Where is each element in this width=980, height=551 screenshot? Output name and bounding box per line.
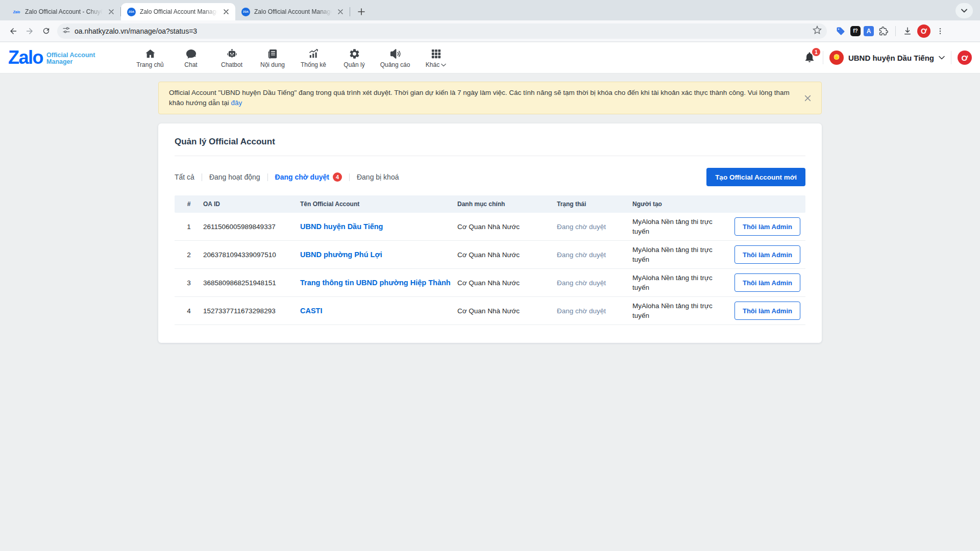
browser-toolbar: oa.nhatkyzalo.vn/manage/oa?status=3 f? A…	[0, 20, 980, 42]
reload-icon[interactable]	[38, 23, 54, 39]
create-oa-button[interactable]: Tạo Official Account mới	[706, 168, 805, 186]
stop-admin-button[interactable]: Thôi làm Admin	[734, 245, 800, 264]
oa-creator: MyAloha Nền tảng thi trực tuyến	[632, 217, 722, 236]
browser-profile-avatar[interactable]: Ơ	[917, 24, 930, 38]
nav-divider	[823, 51, 823, 64]
zalo-favicon: Zalo	[12, 8, 21, 16]
row-index: 2	[175, 251, 203, 259]
filter-all[interactable]: Tất cả	[175, 173, 194, 181]
nav-item-content[interactable]: Nội dung	[252, 47, 293, 68]
new-tab-button[interactable]	[354, 5, 369, 19]
page-title: Quản lý Official Account	[175, 123, 805, 147]
oa-id: 1527337711673298293	[203, 307, 300, 315]
url-text[interactable]: oa.nhatkyzalo.vn/manage/oa?status=3	[75, 27, 813, 35]
oa-id: 2063781094339097510	[203, 251, 300, 259]
oa-category: Cơ Quan Nhà Nước	[457, 251, 557, 259]
oa-name-link[interactable]: UBND phường Phú Lợi	[300, 251, 457, 259]
extensions-area: f? A Ơ	[834, 24, 947, 38]
oa-creator: MyAloha Nền tảng thi trực tuyến	[632, 245, 722, 264]
oa-name-link[interactable]: CASTI	[300, 307, 457, 315]
screen: Zalo Zalo Official Account - Chuyể ZOA Z…	[0, 0, 980, 551]
stop-admin-button[interactable]: Thôi làm Admin	[734, 217, 800, 236]
oa-category: Cơ Quan Nhà Nước	[457, 307, 557, 315]
nav-divider	[951, 51, 951, 64]
oa-id: 2611506005989849337	[203, 223, 300, 231]
filter-tabs: Tất cả Đang hoạt động Đang chờ duyệt 4 Đ…	[175, 167, 805, 187]
oa-status: Đang chờ duyệt	[557, 307, 632, 315]
extensions-puzzle-icon[interactable]	[877, 24, 890, 38]
browser-tab-2-active[interactable]: ZOA Zalo Official Account Manage	[121, 3, 235, 20]
tag-extension-icon[interactable]	[834, 24, 847, 38]
zalo-oa-red-icon[interactable]: Ơ	[958, 51, 972, 65]
oa-category: Cơ Quan Nhà Nước	[457, 223, 557, 231]
fn-extension-icon[interactable]: f?	[850, 26, 861, 36]
banner-close-icon[interactable]	[802, 92, 813, 104]
filter-divider	[349, 173, 350, 181]
nav-right-cluster: 1 ★ UBND huyện Dầu Tiếng Ơ	[803, 51, 972, 65]
browser-menu-icon[interactable]	[934, 24, 947, 38]
close-icon[interactable]	[107, 8, 115, 16]
title-divider	[175, 156, 805, 156]
oa-status: Đang chờ duyệt	[557, 223, 632, 231]
toolbar-divider	[895, 26, 896, 36]
site-info-icon[interactable]	[62, 26, 70, 36]
browser-tab-1[interactable]: Zalo Zalo Official Account - Chuyể	[6, 3, 120, 20]
filter-divider	[267, 173, 268, 181]
stop-admin-button[interactable]: Thôi làm Admin	[734, 273, 800, 292]
logo-sub-line2: Manager	[46, 58, 72, 65]
gear-icon	[349, 48, 360, 60]
browser-tab-strip: Zalo Zalo Official Account - Chuyể ZOA Z…	[0, 0, 980, 20]
oa-creator: MyAloha Nền tảng thi trực tuyến	[632, 301, 722, 320]
content-icon	[267, 48, 279, 60]
nav-items: Trang chủ Chat Chatbot Nội dung Thống kê…	[130, 47, 456, 68]
forward-icon[interactable]	[21, 23, 38, 39]
account-name: UBND huyện Dầu Tiếng	[848, 54, 934, 62]
nav-item-chatbot[interactable]: Chatbot	[211, 47, 252, 68]
oa-status: Đang chờ duyệt	[557, 279, 632, 287]
oa-name-link[interactable]: UBND huyện Dầu Tiếng	[300, 222, 457, 231]
oa-creator: MyAloha Nền tảng thi trực tuyến	[632, 273, 722, 292]
filter-active[interactable]: Đang hoạt động	[209, 173, 260, 181]
nav-item-ads[interactable]: Quảng cáo	[375, 47, 415, 68]
table-row: 3 3685809868251948151 Trang thông tin UB…	[175, 269, 805, 297]
chevron-down-icon	[939, 56, 945, 60]
notifications-button[interactable]: 1	[803, 51, 817, 64]
pending-count-badge: 4	[333, 172, 342, 182]
filter-divider	[202, 173, 202, 181]
tab-search-button[interactable]	[955, 3, 973, 18]
nav-item-home[interactable]: Trang chủ	[130, 47, 170, 68]
table-row: 1 2611506005989849337 UBND huyện Dầu Tiế…	[175, 213, 805, 241]
tab-title: Zalo Official Account Manage	[254, 8, 332, 15]
bookmark-star-icon[interactable]	[813, 26, 822, 37]
nav-item-manage[interactable]: Quản lý	[334, 47, 375, 68]
megaphone-icon	[389, 48, 401, 60]
oa-status: Đang chờ duyệt	[557, 251, 632, 259]
tab-separator	[350, 7, 350, 16]
address-bar[interactable]: oa.nhatkyzalo.vn/manage/oa?status=3	[57, 23, 827, 39]
stop-admin-button[interactable]: Thôi làm Admin	[734, 302, 800, 320]
grid-icon	[430, 48, 442, 60]
account-menu[interactable]: ★ UBND huyện Dầu Tiếng	[829, 51, 945, 65]
translate-extension-icon[interactable]: A	[864, 26, 874, 36]
close-icon[interactable]	[222, 8, 230, 16]
filter-locked[interactable]: Đang bị khoá	[357, 173, 399, 181]
chat-icon	[185, 48, 197, 60]
row-index: 3	[175, 279, 203, 287]
nav-item-more[interactable]: Khác	[415, 47, 456, 68]
filter-pending[interactable]: Đang chờ duyệt 4	[275, 172, 342, 182]
zoa-favicon: ZOA	[127, 8, 136, 16]
browser-tab-3[interactable]: ZOA Zalo Official Account Manage	[235, 3, 350, 20]
close-icon[interactable]	[336, 8, 345, 16]
nav-item-stats[interactable]: Thống kê	[293, 47, 334, 68]
back-icon[interactable]	[5, 23, 21, 39]
row-index: 4	[175, 307, 203, 315]
logo-sub-line1: Official Account	[46, 52, 95, 59]
oa-table: # OA ID Tên Official Account Danh mục ch…	[175, 195, 805, 325]
banner-text: Official Account "UBND huyện Dầu Tiếng" …	[169, 89, 790, 107]
nav-item-chat[interactable]: Chat	[170, 47, 211, 68]
oa-name-link[interactable]: Trang thông tin UBND phường Hiệp Thành	[300, 279, 457, 287]
downloads-icon[interactable]	[901, 24, 914, 38]
zalo-oa-logo[interactable]: Zalo Official Account Manager	[8, 47, 115, 68]
banner-guide-link[interactable]: đây	[231, 99, 242, 107]
zalo-wordmark: Zalo	[8, 47, 43, 68]
